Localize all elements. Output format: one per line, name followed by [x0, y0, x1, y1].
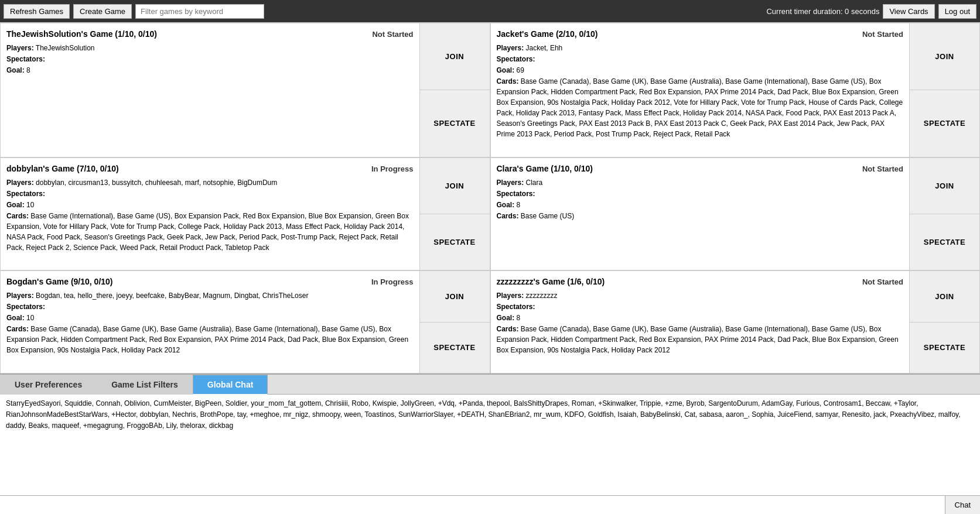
game-info: dobbylan's Game (7/10, 0/10) In Progress… — [1, 158, 419, 270]
game-card: Bogdan's Game (9/10, 0/10) In Progress P… — [0, 270, 490, 373]
bottom-tab-game-list-filters[interactable]: Game List Filters — [97, 375, 193, 395]
spectate-button[interactable]: SPECTATE — [420, 214, 490, 270]
game-title: Jacket's Game (2/10, 0/10) — [497, 28, 598, 40]
game-title-row: Bogdan's Game (9/10, 0/10) In Progress — [6, 276, 414, 288]
game-card: dobbylan's Game (7/10, 0/10) In Progress… — [0, 157, 490, 271]
game-title-row: dobbylan's Game (7/10, 0/10) In Progress — [6, 163, 414, 175]
game-title-row: Clara's Game (1/10, 0/10) Not Started — [497, 163, 904, 175]
bottom-tabs: User PreferencesGame List FiltersGlobal … — [0, 375, 980, 395]
game-title-row: TheJewishSolution's Game (1/10, 0/10) No… — [6, 28, 414, 40]
game-actions: JOIN SPECTATE — [419, 23, 490, 157]
game-title: Bogdan's Game (9/10, 0/10) — [6, 276, 113, 288]
join-button[interactable]: JOIN — [420, 23, 490, 90]
join-button[interactable]: JOIN — [910, 271, 979, 322]
game-status: In Progress — [371, 163, 414, 175]
game-card: Clara's Game (1/10, 0/10) Not Started Pl… — [490, 157, 981, 271]
join-button[interactable]: JOIN — [420, 271, 490, 322]
spectate-button[interactable]: SPECTATE — [420, 323, 490, 373]
refresh-games-button[interactable]: Refresh Games — [4, 4, 70, 19]
bottom-tab-global-chat[interactable]: Global Chat — [193, 375, 268, 395]
header: Refresh Games Create Game Current timer … — [0, 0, 980, 22]
filter-input[interactable] — [135, 4, 264, 19]
game-actions: JOIN SPECTATE — [419, 158, 490, 270]
games-grid: TheJewishSolution's Game (1/10, 0/10) No… — [0, 22, 980, 373]
timer-text: Current timer duration: 0 seconds — [766, 7, 879, 16]
game-title: dobbylan's Game (7/10, 0/10) — [6, 163, 119, 175]
game-status: Not Started — [862, 276, 903, 288]
game-status: Not Started — [372, 29, 413, 40]
game-title: zzzzzzzzz's Game (1/6, 0/10) — [497, 276, 605, 288]
view-cards-button[interactable]: View Cards — [883, 4, 934, 19]
game-card: zzzzzzzzz's Game (1/6, 0/10) Not Started… — [490, 270, 981, 373]
chat-send-button[interactable]: Chat — [945, 496, 980, 514]
game-info: Jacket's Game (2/10, 0/10) Not Started P… — [491, 23, 910, 157]
game-status: Not Started — [862, 163, 903, 175]
game-info: TheJewishSolution's Game (1/10, 0/10) No… — [1, 23, 419, 157]
game-title: TheJewishSolution's Game (1/10, 0/10) — [6, 28, 157, 40]
game-actions: JOIN SPECTATE — [909, 158, 979, 270]
main-area: TheJewishSolution's Game (1/10, 0/10) No… — [0, 22, 980, 514]
join-button[interactable]: JOIN — [420, 158, 490, 214]
create-game-button[interactable]: Create Game — [73, 4, 132, 19]
spectate-button[interactable]: SPECTATE — [910, 214, 979, 270]
bottom-panel: User PreferencesGame List FiltersGlobal … — [0, 373, 980, 514]
game-actions: JOIN SPECTATE — [419, 271, 490, 373]
chat-input-row: Chat — [0, 495, 980, 514]
game-info: Clara's Game (1/10, 0/10) Not Started Pl… — [491, 158, 910, 270]
game-status: Not Started — [862, 29, 903, 40]
chat-input[interactable] — [0, 496, 945, 514]
game-title: Clara's Game (1/10, 0/10) — [497, 163, 593, 175]
game-actions: JOIN SPECTATE — [909, 23, 979, 157]
game-info: Bogdan's Game (9/10, 0/10) In Progress P… — [1, 271, 419, 373]
join-button[interactable]: JOIN — [910, 23, 979, 90]
spectate-button[interactable]: SPECTATE — [910, 90, 979, 156]
chat-content: StarryEyedSayori, Squiddie, Connah, Obli… — [0, 395, 980, 495]
logout-button[interactable]: Log out — [938, 4, 976, 19]
game-status: In Progress — [371, 276, 414, 288]
game-actions: JOIN SPECTATE — [909, 271, 979, 373]
spectate-button[interactable]: SPECTATE — [910, 323, 979, 373]
game-info: zzzzzzzzz's Game (1/6, 0/10) Not Started… — [491, 271, 910, 373]
bottom-tab-user-prefs[interactable]: User Preferences — [0, 375, 97, 395]
game-title-row: Jacket's Game (2/10, 0/10) Not Started — [497, 28, 904, 40]
game-card: TheJewishSolution's Game (1/10, 0/10) No… — [0, 23, 490, 157]
spectate-button[interactable]: SPECTATE — [420, 90, 490, 156]
game-card: Jacket's Game (2/10, 0/10) Not Started P… — [490, 23, 981, 157]
join-button[interactable]: JOIN — [910, 158, 979, 214]
game-title-row: zzzzzzzzz's Game (1/6, 0/10) Not Started — [497, 276, 904, 288]
